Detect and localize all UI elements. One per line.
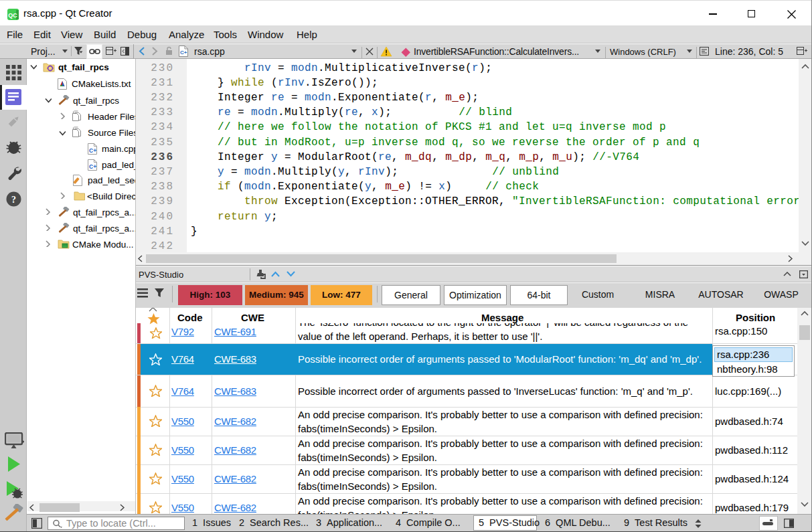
svg-text:QC: QC (8, 12, 17, 19)
svg-text:C+: C+ (89, 163, 96, 170)
svg-text:C+: C+ (180, 50, 187, 56)
svg-text:C+: C+ (89, 147, 96, 154)
svg-text:?: ? (11, 195, 16, 205)
